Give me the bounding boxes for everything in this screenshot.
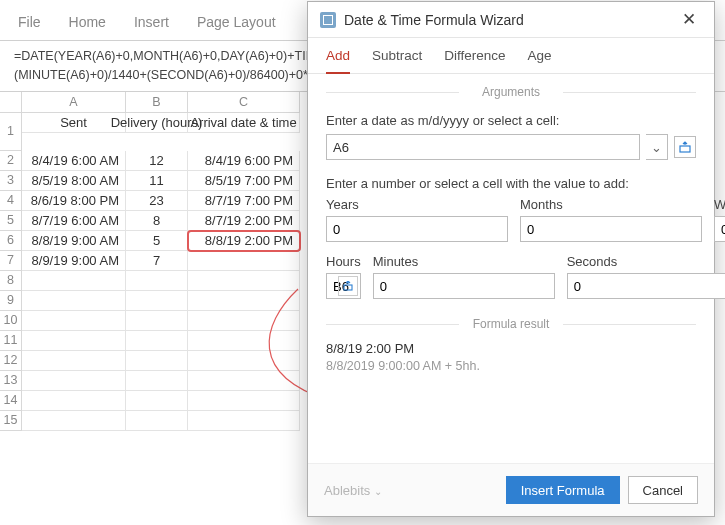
table-cell[interactable]: 8/9/19 9:00 AM [22, 251, 126, 271]
table-cell[interactable] [188, 371, 300, 391]
range-select-icon[interactable] [674, 136, 696, 158]
table-cell[interactable]: 8/7/19 2:00 PM [188, 211, 300, 231]
row-header[interactable]: 8 [0, 271, 22, 291]
table-cell[interactable] [126, 331, 188, 351]
col-header-b[interactable]: B [126, 92, 188, 113]
table-cell[interactable] [126, 371, 188, 391]
row-header[interactable]: 6 [0, 231, 22, 251]
svg-rect-1 [344, 285, 352, 290]
date-input[interactable] [326, 134, 640, 160]
tab-difference[interactable]: Difference [444, 48, 505, 73]
date-time-wizard-dialog: Date & Time Formula Wizard ✕ Add Subtrac… [307, 1, 715, 517]
row-header[interactable]: 15 [0, 411, 22, 431]
close-icon[interactable]: ✕ [676, 7, 702, 33]
table-cell[interactable]: 8/5/19 7:00 PM [188, 171, 300, 191]
table-cell[interactable] [188, 391, 300, 411]
table-cell[interactable] [188, 291, 300, 311]
grid-corner[interactable] [0, 92, 22, 113]
table-cell[interactable] [22, 411, 126, 431]
row-header[interactable]: 7 [0, 251, 22, 271]
table-cell[interactable]: 8/6/19 8:00 PM [22, 191, 126, 211]
label-minutes: Minutes [373, 254, 555, 269]
table-cell[interactable] [126, 311, 188, 331]
row-header[interactable]: 5 [0, 211, 22, 231]
table-cell[interactable] [126, 391, 188, 411]
svg-rect-0 [680, 146, 690, 152]
table-cell[interactable] [188, 411, 300, 431]
table-cell[interactable]: 8/4/19 6:00 PM [188, 151, 300, 171]
table-cell[interactable] [188, 331, 300, 351]
row-header[interactable]: 3 [0, 171, 22, 191]
table-cell[interactable] [126, 351, 188, 371]
dialog-titlebar: Date & Time Formula Wizard ✕ [308, 2, 714, 38]
row-header[interactable]: 13 [0, 371, 22, 391]
tab-subtract[interactable]: Subtract [372, 48, 422, 73]
ribbon-tab-pagelayout[interactable]: Page Layout [197, 14, 276, 30]
col-header-a[interactable]: A [22, 92, 126, 113]
table-cell[interactable]: 8/7/19 7:00 PM [188, 191, 300, 211]
cancel-button[interactable]: Cancel [628, 476, 698, 504]
ribbon-tab-file[interactable]: File [18, 14, 41, 30]
dialog-tabs: Add Subtract Difference Age [308, 38, 714, 74]
section-result: Formula result [326, 317, 696, 331]
section-arguments: Arguments [326, 85, 696, 99]
ribbon-tab-home[interactable]: Home [69, 14, 106, 30]
table-cell[interactable] [22, 371, 126, 391]
seconds-input[interactable] [567, 273, 725, 299]
row-header[interactable]: 14 [0, 391, 22, 411]
row-header[interactable]: 1 [0, 113, 22, 151]
weeks-input[interactable] [714, 216, 725, 242]
row-header[interactable]: 4 [0, 191, 22, 211]
table-cell[interactable]: 8/4/19 6:00 AM [22, 151, 126, 171]
col-header-c[interactable]: C [188, 92, 300, 113]
row-header[interactable]: 9 [0, 291, 22, 311]
table-cell[interactable] [126, 411, 188, 431]
header-delivery[interactable]: Delivery (hours) [126, 113, 188, 133]
table-cell[interactable] [188, 311, 300, 331]
formula-result-detail: 8/8/2019 9:00:00 AM + 5hh. [326, 359, 696, 373]
table-cell[interactable]: 8 [126, 211, 188, 231]
row-header[interactable]: 12 [0, 351, 22, 371]
table-cell[interactable] [22, 351, 126, 371]
formula-result: 8/8/19 2:00 PM [326, 341, 696, 356]
table-cell[interactable] [126, 291, 188, 311]
table-cell[interactable]: 5 [126, 231, 188, 251]
table-cell[interactable]: 8/7/19 6:00 AM [22, 211, 126, 231]
label-years: Years [326, 197, 508, 212]
brand-label[interactable]: Ablebits⌄ [324, 483, 382, 498]
years-input[interactable] [326, 216, 508, 242]
chevron-down-icon[interactable]: ⌄ [646, 134, 668, 160]
ribbon-tab-insert[interactable]: Insert [134, 14, 169, 30]
table-cell[interactable] [22, 311, 126, 331]
row-header[interactable]: 10 [0, 311, 22, 331]
table-cell[interactable] [188, 251, 300, 271]
months-input[interactable] [520, 216, 702, 242]
table-cell[interactable] [22, 391, 126, 411]
tab-age[interactable]: Age [528, 48, 552, 73]
minutes-input[interactable] [373, 273, 555, 299]
table-cell[interactable] [22, 291, 126, 311]
row-header[interactable]: 2 [0, 151, 22, 171]
table-cell[interactable]: 23 [126, 191, 188, 211]
table-cell[interactable]: 8/5/19 8:00 AM [22, 171, 126, 191]
table-cell[interactable] [188, 271, 300, 291]
tab-add[interactable]: Add [326, 48, 350, 74]
row-header[interactable]: 11 [0, 331, 22, 351]
table-cell[interactable]: 12 [126, 151, 188, 171]
table-cell[interactable] [126, 271, 188, 291]
table-cell[interactable]: 11 [126, 171, 188, 191]
wizard-icon [320, 12, 336, 28]
table-cell[interactable]: 8/8/19 2:00 PM [188, 231, 300, 251]
table-cell[interactable] [22, 271, 126, 291]
header-arrival[interactable]: Arrival date & time [188, 113, 300, 133]
table-cell[interactable] [188, 351, 300, 371]
label-hours: Hours [326, 254, 361, 269]
table-cell[interactable]: 8/8/19 9:00 AM [22, 231, 126, 251]
label-months: Months [520, 197, 702, 212]
table-cell[interactable] [22, 331, 126, 351]
range-select-icon[interactable] [338, 276, 358, 296]
table-cell[interactable]: 7 [126, 251, 188, 271]
insert-formula-button[interactable]: Insert Formula [506, 476, 620, 504]
label-weeks: Weeks [714, 197, 725, 212]
dialog-title: Date & Time Formula Wizard [344, 12, 524, 28]
